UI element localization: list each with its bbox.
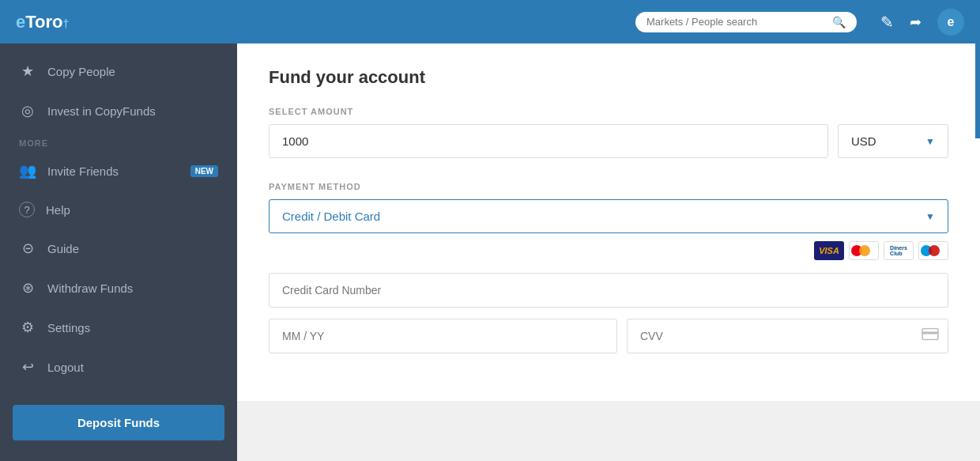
logout-icon: ↩ (19, 358, 36, 376)
panel-title: Fund your account (269, 67, 948, 88)
sidebar: ★ Copy People ◎ Invest in CopyFunds MORE… (0, 43, 237, 461)
sidebar-item-invest-copyfunds[interactable]: ◎ Invest in CopyFunds (0, 91, 237, 130)
maestro-red-circle (929, 245, 940, 256)
sidebar-item-guide[interactable]: ⊝ Guide (0, 229, 237, 268)
sidebar-item-label: Help (46, 203, 218, 217)
select-amount-label: SELECT AMOUNT (269, 107, 948, 116)
amount-row: USD ▼ (269, 124, 948, 158)
cc-expiry-cvv-row (269, 319, 948, 353)
star-icon: ★ (19, 62, 36, 80)
main-content: Fund your account SELECT AMOUNT USD ▼ PA… (237, 43, 980, 461)
deposit-funds-button[interactable]: Deposit Funds (13, 405, 224, 440)
content-panel: Fund your account SELECT AMOUNT USD ▼ PA… (237, 43, 980, 401)
chevron-down-icon: ▼ (925, 211, 935, 222)
more-label: MORE (0, 130, 237, 151)
sidebar-item-label: Invite Friends (47, 164, 179, 178)
payment-method-value: Credit / Debit Card (282, 210, 380, 223)
copyfunds-icon: ◎ (19, 102, 36, 119)
mc-orange-circle (859, 245, 870, 256)
header-icons: ✎ ➦ e (880, 9, 964, 36)
logo: eToro† (16, 12, 69, 32)
svg-rect-1 (922, 332, 938, 334)
cvv-wrapper (627, 319, 948, 353)
sidebar-item-label: Logout (47, 361, 218, 374)
sidebar-item-label: Withdraw Funds (47, 282, 218, 295)
currency-select[interactable]: USD ▼ (838, 124, 948, 158)
search-input[interactable] (646, 16, 832, 28)
layout: ★ Copy People ◎ Invest in CopyFunds MORE… (0, 43, 980, 461)
withdraw-icon: ⊛ (19, 279, 36, 297)
credit-card-icon (922, 328, 939, 345)
cvv-input[interactable] (627, 319, 948, 353)
share-icon[interactable]: ➦ (910, 13, 922, 31)
search-icon: 🔍 (832, 16, 846, 28)
payment-method-label: PAYMENT METHOD (269, 182, 948, 191)
sidebar-item-help[interactable]: ? Help (0, 191, 237, 229)
sidebar-item-copy-people[interactable]: ★ Copy People (0, 51, 237, 91)
profile-letter: e (948, 15, 955, 29)
scrollbar-accent[interactable] (975, 43, 980, 138)
payment-section: PAYMENT METHOD Credit / Debit Card ▼ VIS… (269, 182, 948, 353)
credit-card-number-input[interactable] (269, 273, 948, 308)
header: eToro† 🔍 ✎ ➦ e (0, 0, 980, 43)
new-badge: NEW (190, 165, 218, 177)
guide-icon: ⊝ (19, 240, 36, 257)
expiry-date-input[interactable] (269, 319, 617, 353)
diners-logo: DinersClub (884, 241, 914, 260)
help-icon: ? (19, 202, 35, 217)
sidebar-item-label: Settings (47, 321, 218, 334)
amount-input[interactable] (269, 124, 828, 158)
mastercard-logo (849, 241, 879, 260)
visa-logo: VISA (814, 241, 844, 260)
invite-friends-icon: 👥 (19, 162, 36, 179)
sidebar-item-invite-friends[interactable]: 👥 Invite Friends NEW (0, 151, 237, 191)
sidebar-item-label: Copy People (47, 65, 218, 78)
card-logos: VISA DinersClub (269, 241, 948, 260)
search-bar[interactable]: 🔍 (635, 12, 857, 32)
sidebar-item-settings[interactable]: ⚙ Settings (0, 308, 237, 347)
maestro-logo (918, 241, 948, 260)
profile-icon[interactable]: e (937, 9, 964, 36)
sidebar-item-withdraw-funds[interactable]: ⊛ Withdraw Funds (0, 268, 237, 308)
edit-icon[interactable]: ✎ (880, 13, 894, 32)
sidebar-item-label: Invest in CopyFunds (47, 104, 218, 118)
currency-value: USD (851, 134, 876, 148)
sidebar-item-logout[interactable]: ↩ Logout (0, 347, 237, 387)
chevron-down-icon: ▼ (925, 136, 935, 147)
sidebar-item-label: Guide (47, 242, 218, 255)
payment-method-dropdown[interactable]: Credit / Debit Card ▼ (269, 199, 948, 233)
settings-icon: ⚙ (19, 319, 36, 336)
